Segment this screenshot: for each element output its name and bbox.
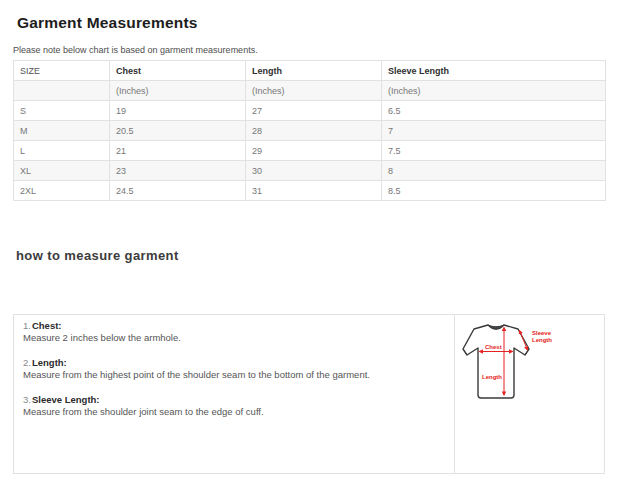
unit-cell: (Inches) [246, 81, 382, 101]
page-title: Garment Measurements [17, 14, 605, 32]
tshirt-measure-diagram-icon: Chest Length Sleeve Length [461, 321, 565, 413]
measure-steps: 1.Chest: Measure 2 inches below the armh… [14, 315, 454, 473]
chest-cell: 24.5 [110, 181, 246, 201]
step-title: Length: [32, 357, 67, 368]
table-header-row: SIZE Chest Length Sleeve Length [14, 61, 606, 81]
chest-cell: 23 [110, 161, 246, 181]
size-chart-table: SIZE Chest Length Sleeve Length (Inches)… [13, 60, 606, 201]
size-cell: 2XL [14, 181, 110, 201]
step-number: 2. [23, 357, 31, 368]
step-title: Sleeve Length: [32, 394, 100, 405]
length-label: Length [482, 374, 502, 380]
step-number: 1. [23, 320, 31, 331]
sleeve-length-cell: 8.5 [382, 181, 606, 201]
table-row: XL 23 30 8 [14, 161, 606, 181]
size-cell: L [14, 141, 110, 161]
table-row: M 20.5 28 7 [14, 121, 606, 141]
chest-cell: 21 [110, 141, 246, 161]
length-cell: 28 [246, 121, 382, 141]
step-number: 3. [23, 394, 31, 405]
chest-label: Chest [485, 344, 502, 350]
table-row: 2XL 24.5 31 8.5 [14, 181, 606, 201]
size-cell: XL [14, 161, 110, 181]
table-units-row: (Inches) (Inches) (Inches) [14, 81, 606, 101]
unit-cell: (Inches) [110, 81, 246, 101]
length-cell: 30 [246, 161, 382, 181]
step-label: 2.Length: [23, 357, 445, 369]
sleeve-length-cell: 7.5 [382, 141, 606, 161]
size-cell: S [14, 101, 110, 121]
step-label: 1.Chest: [23, 320, 445, 332]
step-text: Measure from the shoulder joint seam to … [23, 406, 445, 418]
sleeve-length-cell: 6.5 [382, 101, 606, 121]
column-header-chest: Chest [110, 61, 246, 81]
sleeve-length-cell: 8 [382, 161, 606, 181]
step-text: Measure from the highest point of the sh… [23, 369, 445, 381]
chart-note: Please note below chart is based on garm… [13, 45, 605, 56]
length-cell: 31 [246, 181, 382, 201]
step-label: 3.Sleeve Length: [23, 394, 445, 406]
table-row: L 21 29 7.5 [14, 141, 606, 161]
column-header-length: Length [246, 61, 382, 81]
size-cell: M [14, 121, 110, 141]
step-title: Chest: [32, 320, 62, 331]
column-header-sleeve-length: Sleeve Length [382, 61, 606, 81]
chest-cell: 20.5 [110, 121, 246, 141]
garment-measurements-page: Garment Measurements Please note below c… [0, 0, 625, 474]
chest-cell: 19 [110, 101, 246, 121]
measure-instructions-box: 1.Chest: Measure 2 inches below the armh… [13, 314, 605, 474]
sleeve-length-label-line1: Sleeve [532, 330, 552, 336]
tshirt-outline-icon [463, 325, 529, 398]
sleeve-length-cell: 7 [382, 121, 606, 141]
sleeve-length-label-line2: Length [532, 337, 552, 343]
length-cell: 27 [246, 101, 382, 121]
length-cell: 29 [246, 141, 382, 161]
how-to-measure-heading: how to measure garment [16, 248, 605, 263]
table-row: S 19 27 6.5 [14, 101, 606, 121]
diagram-cell: Chest Length Sleeve Length [454, 315, 604, 473]
column-header-size: SIZE [14, 61, 110, 81]
unit-cell: (Inches) [382, 81, 606, 101]
step-text: Measure 2 inches below the armhole. [23, 332, 445, 344]
unit-cell [14, 81, 110, 101]
